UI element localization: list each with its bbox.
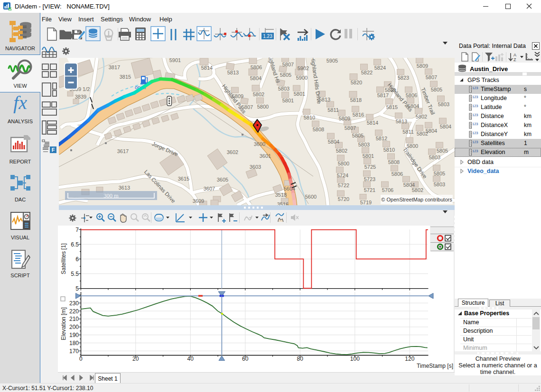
svg-text:5725: 5725 <box>364 164 376 170</box>
svg-text:5815: 5815 <box>386 104 398 110</box>
svg-text:210: 210 <box>69 316 79 322</box>
svg-text:5804: 5804 <box>328 139 339 145</box>
svg-text:5814: 5814 <box>367 120 378 126</box>
svg-text:5802: 5802 <box>253 91 264 97</box>
svg-text:5804: 5804 <box>408 103 419 109</box>
svg-text:5810: 5810 <box>383 147 395 153</box>
svg-text:5805: 5805 <box>280 72 291 78</box>
svg-text:5801: 5801 <box>363 153 374 159</box>
svg-text:123: 123 <box>472 140 478 144</box>
svg-text:5722: 5722 <box>338 182 349 188</box>
svg-text:5800: 5800 <box>338 161 349 166</box>
svg-text:5801: 5801 <box>294 91 305 97</box>
svg-text:190: 190 <box>69 332 79 338</box>
svg-text:5808: 5808 <box>388 159 400 165</box>
svg-text:7: 7 <box>75 227 79 233</box>
svg-text:5807: 5807 <box>345 125 356 131</box>
svg-text:5801: 5801 <box>282 98 294 103</box>
svg-text:3817: 3817 <box>109 64 120 70</box>
svg-text:5600: 5600 <box>305 194 317 200</box>
svg-text:5805: 5805 <box>434 171 445 176</box>
svg-text:5811: 5811 <box>327 107 339 113</box>
svg-text:0: 0 <box>79 356 83 362</box>
svg-text:5807: 5807 <box>282 62 294 67</box>
svg-text:220: 220 <box>69 308 79 315</box>
svg-text:5824: 5824 <box>374 65 386 71</box>
svg-text:3600: 3600 <box>254 141 265 147</box>
svg-text:123: 123 <box>472 122 478 126</box>
svg-text:TimeStamp [s]: TimeStamp [s] <box>417 363 453 369</box>
svg-text:3607: 3607 <box>204 186 215 191</box>
svg-text:5902: 5902 <box>298 65 309 71</box>
svg-text:123: 123 <box>472 113 478 117</box>
svg-text:Z: Z <box>513 57 516 62</box>
svg-text:5720: 5720 <box>338 196 349 202</box>
svg-text:123: 123 <box>472 131 478 135</box>
svg-text:5823: 5823 <box>398 75 409 81</box>
svg-text:5817: 5817 <box>377 92 389 98</box>
svg-text:6.5: 6.5 <box>71 241 79 248</box>
svg-text:5805: 5805 <box>352 133 364 138</box>
svg-text:5806: 5806 <box>251 64 262 70</box>
svg-text:20: 20 <box>132 356 139 362</box>
svg-text:3516: 3516 <box>277 201 289 205</box>
svg-text:5803: 5803 <box>434 182 445 187</box>
svg-text:5706: 5706 <box>382 187 393 193</box>
svg-text:5809: 5809 <box>417 63 428 69</box>
svg-text:5.5: 5.5 <box>71 271 79 277</box>
svg-text:5809: 5809 <box>232 93 243 99</box>
svg-text:123: 123 <box>472 95 478 99</box>
svg-text:5803: 5803 <box>278 86 289 91</box>
svg-text:5816: 5816 <box>353 112 364 118</box>
svg-text:5804: 5804 <box>426 128 437 134</box>
svg-text:5810: 5810 <box>304 115 315 120</box>
svg-text:3815: 3815 <box>120 74 131 80</box>
svg-text:123: 123 <box>472 104 478 108</box>
svg-text:3617: 3617 <box>117 148 129 154</box>
svg-text:5804: 5804 <box>440 124 451 129</box>
svg-text:230: 230 <box>69 300 79 307</box>
svg-text:123: 123 <box>472 149 478 153</box>
svg-text:3603: 3603 <box>250 164 261 170</box>
svg-text:3609: 3609 <box>193 198 204 204</box>
svg-text:3605: 3605 <box>217 177 228 182</box>
svg-text:5905: 5905 <box>326 58 338 64</box>
svg-text:5723: 5723 <box>364 176 375 182</box>
svg-text:Satellites [1]: Satellites [1] <box>60 243 67 274</box>
svg-text:5809: 5809 <box>339 116 350 121</box>
svg-text:5719: 5719 <box>360 200 372 205</box>
svg-text:5901: 5901 <box>169 58 181 63</box>
svg-text:5803: 5803 <box>429 155 440 160</box>
svg-text:5822: 5822 <box>361 70 373 75</box>
svg-text:5724: 5724 <box>337 173 348 178</box>
svg-text:5800: 5800 <box>407 143 418 149</box>
svg-text:300 m: 300 m <box>103 192 119 199</box>
svg-text:5818: 5818 <box>350 97 362 103</box>
svg-text:5802: 5802 <box>336 148 347 154</box>
svg-text:3613: 3613 <box>119 185 130 191</box>
svg-text:200: 200 <box>69 324 79 330</box>
svg-text:40: 40 <box>187 356 194 362</box>
svg-text:3602: 3602 <box>227 149 238 155</box>
svg-text:5804: 5804 <box>250 75 261 81</box>
svg-text:180: 180 <box>69 340 79 346</box>
svg-text:5813: 5813 <box>227 70 239 75</box>
svg-text:3839: 3839 <box>75 94 86 100</box>
svg-text:5900: 5900 <box>296 75 308 81</box>
svg-text:5806: 5806 <box>406 92 417 98</box>
svg-text:5721: 5721 <box>364 187 375 193</box>
svg-text:5604: 5604 <box>284 186 295 191</box>
svg-text:3615: 3615 <box>178 176 189 182</box>
svg-text:Elevation [m]: Elevation [m] <box>60 307 67 340</box>
svg-text:5: 5 <box>75 285 79 292</box>
svg-text:5807: 5807 <box>242 104 253 110</box>
svg-text:5820: 5820 <box>351 80 362 85</box>
svg-text:123: 123 <box>472 86 478 90</box>
svg-text:5808: 5808 <box>313 127 324 132</box>
svg-text:5805: 5805 <box>437 148 448 154</box>
svg-text:60: 60 <box>242 356 249 362</box>
svg-text:5800: 5800 <box>257 104 269 109</box>
svg-text:3518: 3518 <box>275 192 287 198</box>
svg-text:5803: 5803 <box>438 101 449 107</box>
svg-text:5812: 5812 <box>376 136 387 141</box>
